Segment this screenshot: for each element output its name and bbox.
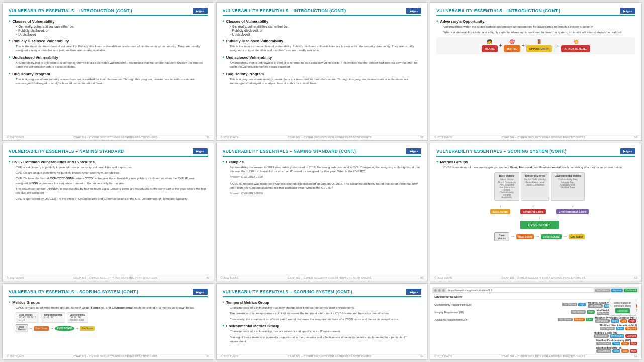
cr-high[interactable]: High: [578, 303, 586, 306]
mod-priv-req: Modified Privileges Required (MPR) Not D…: [595, 316, 637, 323]
conf-req-row: Confidentiality Requirement (CR) Not Def…: [434, 301, 637, 308]
s7-env-score: Env Score: [80, 326, 95, 331]
slide-7: Vulnerability Essentials – Scoring Syste…: [2, 283, 214, 360]
examples-bullet: Examples A vulnerability discovered in 2…: [223, 160, 422, 196]
environmental-score-box: Environmental Score: [556, 209, 589, 214]
mav-not-defined[interactable]: Not Defined: [588, 304, 603, 308]
slide-4-logo: ▶igss: [193, 148, 208, 154]
mui-none[interactable]: None: [616, 327, 624, 330]
slide-7-header: Vulnerability Essentials – Scoring Syste…: [9, 289, 208, 297]
s2-footer-center: CSAP 301 – CYBER SECURITY FOR ASPIRING P…: [288, 136, 372, 139]
s4-footer-left: © 2017 DAVIS: [7, 276, 24, 279]
flow-base-score: Base Score: [516, 234, 534, 239]
scoring-diagram: Base Metrics Attack Vector Attack Comple…: [443, 172, 635, 243]
answer2: Answer: CVE-2015-0009: [230, 191, 422, 195]
adjacent-tab[interactable]: Adjacent: [611, 289, 623, 292]
ar-not-defined[interactable]: Not Defined: [558, 318, 573, 321]
slide-3-footer: © 2017 DAVIS CSAP 301 – CYBER SECURITY F…: [430, 135, 641, 139]
undisclosed-bullet: Undisclosed Vulnerability A vulnerabilit…: [9, 55, 208, 69]
mi-btns: Not Defined None Low High: [596, 349, 637, 353]
mpr-high[interactable]: High: [628, 319, 636, 323]
mpr-not-defined[interactable]: Not Defined: [595, 319, 610, 323]
generate-btn[interactable]: Generate: [615, 308, 630, 313]
browser-dot-3: [442, 289, 445, 292]
mc-low[interactable]: Low: [621, 342, 628, 345]
mc-none[interactable]: None: [612, 342, 621, 345]
logo-icon-4: ▶igss: [193, 148, 208, 154]
mpr-none[interactable]: None: [611, 319, 619, 323]
slide-7-title: Vulnerability Essentials – Scoring Syste…: [9, 289, 138, 294]
s4-footer-center: CSAP 301 – CYBER SECURITY FOR ASPIRING P…: [73, 276, 157, 279]
metrics-groups-body: CVSS is made up of three metric groups, …: [443, 165, 635, 169]
s7-base-metrics: BaseMetrics: [16, 324, 28, 332]
ar-low[interactable]: Low: [586, 318, 593, 321]
mi-not-defined[interactable]: Not Defined: [596, 349, 611, 353]
slide-8-title: Vulnerability Essentials – Scoring Syste…: [223, 289, 352, 294]
mc-not-defined[interactable]: Not Defined: [596, 342, 611, 345]
ms-unchanged[interactable]: Unchanged: [610, 334, 624, 338]
flow-diagram: BaseMetrics → Base Score → CVSS SCORE → …: [494, 232, 585, 241]
mod-integrity: Modified Integrity (MI) Not Defined None…: [596, 346, 637, 353]
example2-body: A CVE ID request was made for a vulnerab…: [230, 182, 422, 190]
final-arrow: ↓: [538, 215, 540, 220]
s6-footer-page: 62: [634, 276, 637, 279]
logo-icon-5: ▶igss: [406, 148, 421, 154]
browser-dot-1: [434, 289, 437, 292]
cve-body4: The sequence number (NNNNN) is represent…: [16, 187, 208, 195]
mi-none[interactable]: None: [612, 349, 621, 353]
cve-body3: CVE IDs have the format CVE-YYYY-NNNN, w…: [16, 176, 208, 185]
ms-changed[interactable]: Changed: [625, 334, 637, 338]
slide-8: Vulnerability Essentials – Scoring Syste…: [216, 283, 428, 360]
environmental-title: Environmental Metrics Group: [223, 324, 422, 328]
s5-footer-left: © 2017 DAVIS: [221, 276, 238, 279]
mod-scope-row: Modified Scope (MS) Not Defined Unchange…: [434, 331, 637, 338]
s2-publicly-title: Publicly Disclosed Vulnerability: [223, 39, 422, 43]
ir-not-defined[interactable]: Not Defined: [571, 310, 586, 314]
footer-left: © 2017 DAVIS: [7, 136, 24, 139]
slide-8-footer: © 2017 DAVIS CSAP 301 – CYBER SECURITY F…: [217, 354, 428, 358]
plus-icon-1: +: [499, 43, 502, 48]
logo-icon: ▶igss: [193, 8, 208, 14]
s2-publicly-bullet: Publicly Disclosed Vulnerability This is…: [223, 39, 422, 53]
s2-footer-left: © 2017 DAVIS: [221, 136, 238, 139]
cr-not-defined[interactable]: Not Defined: [562, 303, 577, 306]
ms-not-defined[interactable]: Not Defined: [594, 334, 609, 338]
mod-scope: Modified Scope (MS) Not Defined Unchange…: [594, 331, 637, 338]
browser-dot-2: [438, 289, 441, 292]
slide-2-header: Vulnerability Essentials – Introduction …: [223, 8, 422, 16]
slide-1: Vulnerability Essentials – Introduction …: [2, 2, 214, 141]
flow-arrow-3: →: [563, 234, 567, 239]
slide-6-header: Vulnerability Essentials – Scoring Syste…: [436, 148, 635, 157]
ir-high[interactable]: High: [587, 310, 594, 314]
temporal-body3: Conversely, the creation of an official …: [230, 317, 422, 321]
undisclosed-title: Undisclosed Vulnerability: [9, 55, 208, 60]
s8-footer-center: CSAP 301 – CYBER SECURITY FOR ASPIRING P…: [288, 355, 372, 358]
flow-env-score: Env Score: [569, 234, 585, 239]
mui-required[interactable]: Required: [625, 327, 637, 330]
diagram-row-top: Base Metrics Attack Vector Attack Comple…: [494, 172, 585, 201]
mpr-low[interactable]: Low: [620, 319, 627, 323]
cvss-score-box: CVSS SCORE: [520, 221, 559, 229]
conf-req-btns: Not Defined High: [562, 303, 586, 306]
integ-req-row: Integrity Requirement (IR) Not Defined H…: [434, 309, 637, 315]
s6-footer-left: © 2017 DAVIS: [434, 276, 452, 279]
s2-undisclosed-sub: Undisclosed: [230, 33, 422, 36]
mc-high[interactable]: High: [630, 342, 637, 345]
logo-icon-6: ▶igss: [620, 148, 635, 154]
mi-low[interactable]: Low: [621, 349, 628, 353]
slide-9: https://www.first.org/cvss/calculator/3.…: [430, 283, 642, 360]
cve-body1: CVE is a dictionary of publicly known in…: [16, 165, 208, 169]
browser-bar: https://www.first.org/cvss/calculator/3.…: [432, 287, 639, 293]
slide-4: Vulnerability Essentials – Naming Standa…: [2, 143, 214, 282]
not-defined-tab[interactable]: Not Defined: [595, 289, 610, 292]
classes-bullet: Classes of Vulnerability Generally, vuln…: [9, 19, 208, 36]
s7-metrics-title: Metrics Groups: [9, 300, 208, 305]
ar-medium[interactable]: Medium: [574, 318, 585, 321]
slide-2-footer: © 2017 DAVIS CSAP 301 – CYBER SECURITY F…: [217, 135, 428, 139]
confirmed-tab[interactable]: Confirmed: [624, 289, 637, 292]
mui-not-defined[interactable]: Not Defined: [600, 327, 615, 330]
s7-footer-center: CSAP 301 – CYBER SECURITY FOR ASPIRING P…: [73, 355, 157, 358]
mi-high[interactable]: High: [630, 349, 637, 353]
attack-realized-box: ATTACK REALIZED: [561, 45, 590, 52]
s3-footer-page: 57: [634, 136, 637, 139]
